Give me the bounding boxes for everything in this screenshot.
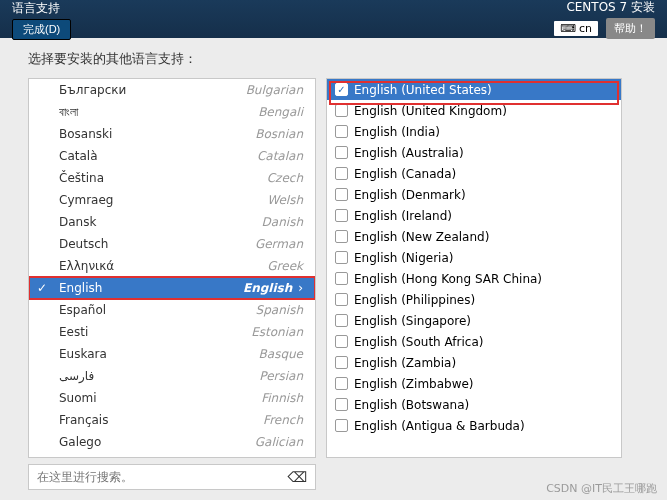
locale-row[interactable]: English (Singapore) [327,310,621,331]
locale-label: English (New Zealand) [354,230,489,244]
language-native-label: Suomi [59,391,97,405]
locale-label: English (United Kingdom) [354,104,507,118]
checkbox-icon[interactable] [335,146,348,159]
checkbox-icon[interactable] [335,251,348,264]
language-row[interactable]: FrançaisFrench [29,409,315,431]
language-row[interactable]: БългарскиBulgarian [29,79,315,101]
checkbox-icon[interactable] [335,104,348,117]
locale-row[interactable]: English (Nigeria) [327,247,621,268]
language-english-label: Welsh [267,193,303,207]
locale-row[interactable]: English (Botswana) [327,394,621,415]
done-button[interactable]: 完成(D) [12,19,71,40]
checkbox-icon[interactable] [335,230,348,243]
language-english-label: Bulgarian [246,83,303,97]
language-english-label: Basque [259,347,303,361]
language-native-label: Français [59,413,108,427]
search-input[interactable] [37,470,277,484]
checkbox-icon[interactable] [335,419,348,432]
checkbox-icon[interactable] [335,209,348,222]
checkbox-icon[interactable] [335,272,348,285]
locale-row[interactable]: English (Australia) [327,142,621,163]
locale-label: English (Zimbabwe) [354,377,474,391]
language-row[interactable]: ČeštinaCzech [29,167,315,189]
language-row[interactable]: DeutschGerman [29,233,315,255]
locale-label: English (Antigua & Barbuda) [354,419,525,433]
language-row[interactable]: DanskDanish [29,211,315,233]
locale-list[interactable]: ✓English (United States)English (United … [327,79,621,457]
language-native-label: Euskara [59,347,107,361]
language-english-label: Greek [267,259,303,273]
check-icon: ✓ [37,281,47,295]
checkbox-icon[interactable] [335,188,348,201]
language-row[interactable]: CatalàCatalan [29,145,315,167]
locale-label: English (Nigeria) [354,251,453,265]
language-row[interactable]: ΕλληνικάGreek [29,255,315,277]
language-native-label: Galego [59,435,101,449]
language-row[interactable]: EestiEstonian [29,321,315,343]
language-native-label: Dansk [59,215,96,229]
language-english-label: Catalan [257,149,303,163]
locale-row[interactable]: English (Hong Kong SAR China) [327,268,621,289]
language-native-label: Català [59,149,97,163]
language-row[interactable]: CymraegWelsh [29,189,315,211]
language-english-label: Spanish [256,303,303,317]
checkbox-icon[interactable] [335,293,348,306]
language-native-label: Español [59,303,106,317]
language-native-label: English [59,281,102,295]
locale-row[interactable]: English (United Kingdom) [327,100,621,121]
checkbox-icon[interactable]: ✓ [335,83,348,96]
locale-row[interactable]: English (Zambia) [327,352,621,373]
language-row[interactable]: ગુજરાતીGujarati [29,453,315,457]
checkbox-icon[interactable] [335,398,348,411]
help-button[interactable]: 帮助！ [606,18,655,39]
watermark: CSDN @IT民工王哪跑 [546,481,657,496]
locale-label: English (India) [354,125,440,139]
language-row[interactable]: BosanskiBosnian [29,123,315,145]
locale-label: English (Denmark) [354,188,466,202]
checkbox-icon[interactable] [335,356,348,369]
language-english-label: English [243,281,292,295]
language-row[interactable]: বাংলাBengali [29,101,315,123]
language-native-label: Български [59,83,126,97]
locale-list-pane: ✓English (United States)English (United … [326,78,622,458]
locale-row[interactable]: English (Zimbabwe) [327,373,621,394]
locale-label: English (Singapore) [354,314,471,328]
language-native-label: Čeština [59,171,104,185]
locale-row[interactable]: ✓English (United States) [327,79,621,100]
language-english-label: Finnish [261,391,303,405]
language-row[interactable]: فارسیPersian [29,365,315,387]
locale-row[interactable]: English (New Zealand) [327,226,621,247]
locale-row[interactable]: English (Ireland) [327,205,621,226]
checkbox-icon[interactable] [335,167,348,180]
locale-row[interactable]: English (Canada) [327,163,621,184]
clear-icon[interactable]: ⌫ [287,469,307,485]
language-row[interactable]: SuomiFinnish [29,387,315,409]
language-english-label: Persian [259,369,303,383]
language-row[interactable]: EuskaraBasque [29,343,315,365]
checkbox-icon[interactable] [335,314,348,327]
locale-row[interactable]: English (Philippines) [327,289,621,310]
header-bar: 语言支持 完成(D) CENTOS 7 安装 ⌨ cn 帮助！ [0,0,667,38]
checkbox-icon[interactable] [335,125,348,138]
content-area: 选择要安装的其他语言支持： БългарскиBulgarianবাংলাBen… [0,38,667,498]
locale-row[interactable]: English (Denmark) [327,184,621,205]
locale-label: English (United States) [354,83,492,97]
language-list[interactable]: БългарскиBulgarianবাংলাBengaliBosanskiBo… [29,79,315,457]
locale-row[interactable]: English (South Africa) [327,331,621,352]
language-row[interactable]: ✓EnglishEnglish› [29,277,315,299]
language-native-label: Cymraeg [59,193,113,207]
keyboard-indicator[interactable]: ⌨ cn [554,21,598,36]
language-row[interactable]: EspañolSpanish [29,299,315,321]
checkbox-icon[interactable] [335,377,348,390]
language-row[interactable]: GalegoGalician [29,431,315,453]
locale-row[interactable]: English (India) [327,121,621,142]
language-list-pane: БългарскиBulgarianবাংলাBengaliBosanskiBo… [28,78,316,458]
locale-label: English (South Africa) [354,335,483,349]
locale-label: English (Botswana) [354,398,469,412]
locale-row[interactable]: English (Antigua & Barbuda) [327,415,621,436]
checkbox-icon[interactable] [335,335,348,348]
language-native-label: Deutsch [59,237,108,251]
search-bar: ⌫ [28,464,316,490]
language-english-label: Galician [255,435,303,449]
chevron-right-icon: › [298,281,303,295]
